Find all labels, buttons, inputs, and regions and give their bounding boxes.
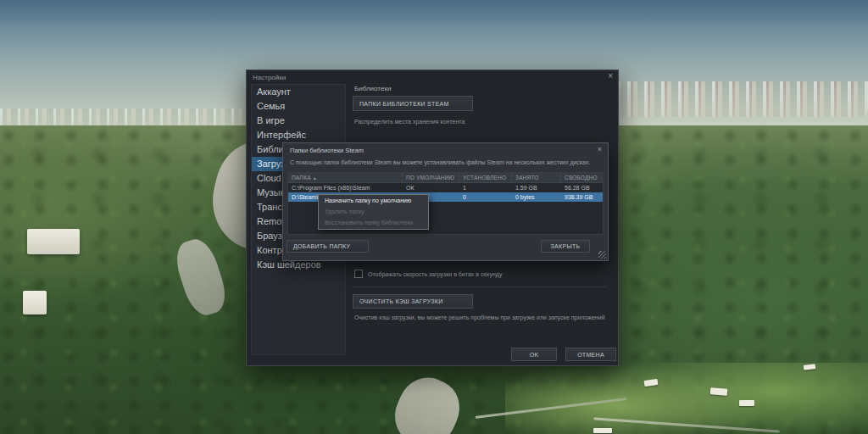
sidebar-item-account[interactable]: Аккаунт bbox=[252, 85, 345, 99]
dialog-close-button[interactable]: ЗАКРЫТЬ bbox=[541, 240, 590, 253]
menu-item-set-default[interactable]: Назначить папку по умолчанию bbox=[319, 195, 428, 206]
column-header-free[interactable]: СВОБОДНО bbox=[561, 173, 603, 182]
column-header-installed[interactable]: УСТАНОВЛЕНО bbox=[459, 173, 512, 182]
folder-path: C:\Program Files (x86)\Steam bbox=[288, 183, 403, 192]
sort-arrow-icon: ▲ bbox=[313, 175, 317, 181]
allocate-storage-text: Распределить места хранения контента bbox=[354, 119, 465, 125]
add-folder-button[interactable]: ДОБАВИТЬ ПАПКУ bbox=[287, 240, 369, 253]
column-header-folder-label: ПАПКА bbox=[292, 175, 311, 181]
column-header-used[interactable]: ЗАНЯТО bbox=[512, 173, 561, 182]
ok-button[interactable]: OK bbox=[511, 348, 557, 361]
village-roof bbox=[593, 428, 612, 433]
white-house bbox=[23, 291, 47, 314]
show-bits-checkbox[interactable] bbox=[354, 270, 363, 278]
sidebar-item-interface[interactable]: Интерфейс bbox=[252, 128, 345, 142]
settings-window-title: Настройки bbox=[253, 74, 286, 81]
dialog-close-icon[interactable]: × bbox=[598, 145, 602, 153]
village-roof bbox=[710, 387, 728, 396]
dialog-description: С помощью папок библиотеки Steam вы може… bbox=[290, 159, 605, 165]
table-row[interactable]: C:\Program Files (x86)\Steam ОК 1 1.59 G… bbox=[288, 183, 603, 192]
divider bbox=[353, 287, 607, 287]
menu-item-remove-folder: Удалить папку bbox=[319, 206, 428, 217]
menu-item-repair-folder: Восстановить папку библиотеки bbox=[319, 217, 428, 228]
column-header-folder[interactable]: ПАПКА ▲ bbox=[288, 173, 403, 182]
clear-download-cache-button[interactable]: ОЧИСТИТЬ КЭШ ЗАГРУЗКИ bbox=[353, 294, 473, 309]
dialog-title: Папки библиотеки Steam bbox=[290, 147, 364, 154]
folder-installed: 1 bbox=[459, 183, 512, 192]
column-header-default[interactable]: ПО УМОЛЧАНИЮ bbox=[403, 173, 459, 182]
table-header-row: ПАПКА ▲ ПО УМОЛЧАНИЮ УСТАНОВЛЕНО ЗАНЯТО … bbox=[288, 173, 603, 183]
village-roof bbox=[739, 400, 754, 406]
folder-installed: 0 bbox=[459, 192, 512, 202]
folder-context-menu: Назначить папку по умолчанию Удалить пап… bbox=[318, 194, 429, 230]
folder-default: ОК bbox=[403, 183, 459, 192]
folder-used: 1.59 GB bbox=[512, 183, 561, 192]
folder-free: 938.39 GB bbox=[561, 192, 603, 202]
dialog-resize-grip[interactable] bbox=[598, 251, 606, 259]
close-icon[interactable]: × bbox=[608, 72, 613, 81]
cancel-button[interactable]: ОТМЕНА bbox=[565, 348, 616, 361]
white-building bbox=[27, 229, 80, 254]
show-bits-checkbox-label: Отображать скорость загрузки в битах в с… bbox=[368, 271, 502, 277]
folder-used: 0 bytes bbox=[512, 192, 561, 202]
libraries-heading: Библиотеки bbox=[354, 85, 391, 92]
steam-library-folders-button[interactable]: ПАПКИ БИБЛИОТЕКИ STEAM bbox=[353, 96, 473, 111]
screen: Настройки × Аккаунт Семья В игре Интерфе… bbox=[0, 0, 868, 434]
clear-cache-hint: Очистив кэш загрузки, вы можете решить п… bbox=[354, 314, 613, 320]
folder-free: 56.28 GB bbox=[561, 183, 603, 192]
sidebar-item-family[interactable]: Семья bbox=[252, 99, 345, 114]
sidebar-item-ingame[interactable]: В игре bbox=[252, 114, 345, 128]
